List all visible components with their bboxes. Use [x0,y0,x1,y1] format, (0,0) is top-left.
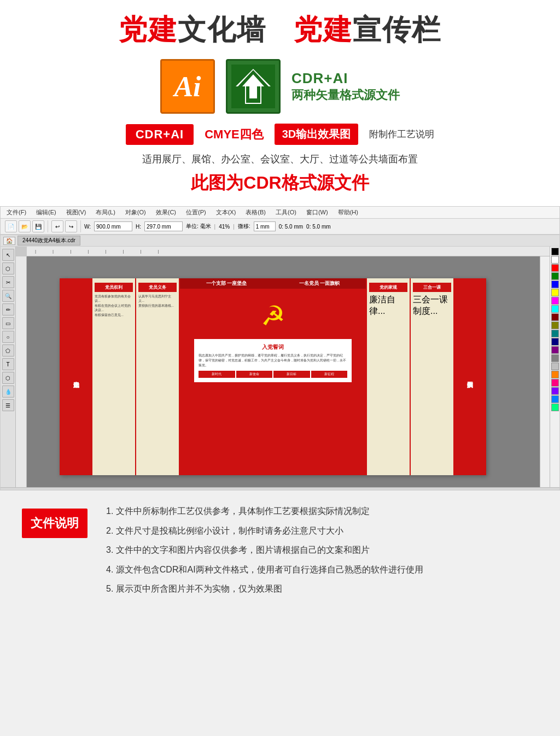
step-input[interactable] [254,221,276,231]
size-w-input[interactable] [94,221,132,231]
subtitle: 适用展厅、展馆、办公室、会议室、大厅、过道等公共墙面布置 [22,153,538,166]
menu-position[interactable]: 位置(P) [184,208,208,217]
scrollbar-thumb[interactable] [164,490,261,491]
pencil-tool[interactable]: ✏ [2,303,14,316]
polygon-tool[interactable]: ⬠ [2,344,14,357]
redo-btn[interactable]: ↪ [65,220,77,232]
corel-canvas-bg: 永远跟党走 党员权利 党员有权参加党的有关会议... 有权在党的会议上对党的决议… [27,256,543,487]
color-teal[interactable] [551,330,559,337]
panel1-title: 党员权利 [95,283,133,292]
info-item-3: 3. 文件中的文字和图片内容仅供参考，图片请根据自己的文案和图片 [104,543,538,557]
info-item-1: 1. 文件中所标制作工艺仅供参考，具体制作工艺要根据实际情况制定 [104,504,538,518]
color-black[interactable] [551,248,559,255]
interact-tool[interactable]: ☰ [2,399,14,411]
color-lime[interactable] [551,404,559,411]
shape-tool[interactable]: ⬡ [2,262,14,274]
tab-file[interactable]: 24440政党A4板本.cdr [18,236,80,246]
design-col-left: 永远跟党走 [60,278,92,475]
size-h-input[interactable] [144,221,183,231]
menu-help[interactable]: 帮助(H) [336,208,360,217]
menu-tools[interactable]: 工具(O) [274,208,298,217]
color-navy[interactable] [551,338,559,346]
page-total: /1 页 [24,489,34,490]
color-green[interactable] [551,272,559,280]
cdr-icon [226,59,281,114]
page-last[interactable]: ▶▶ [43,490,50,491]
menu-window[interactable]: 窗口(W) [305,208,330,217]
format-line1: CDR+AI [291,70,400,87]
panel-dangquan: 党员权利 党员有权参加党的有关会议... 有权在党的会议上对党的决议... 有权… [92,278,136,475]
menu-edit[interactable]: 编辑(E) [34,208,58,217]
ruler-top: |||||||| [27,247,550,256]
color-white[interactable] [551,256,559,264]
open-btn[interactable]: 📂 [19,220,31,232]
canvas-area[interactable]: |||||||| 永远跟党走 党员权利 [16,247,550,487]
page-add[interactable]: 📄+ [52,490,61,491]
color-violet[interactable] [551,387,559,395]
title-black2: 宣传栏 [353,14,441,45]
select-tool[interactable]: ↖ [2,249,14,261]
file-info-label: 文件说明 [22,509,88,538]
page-next[interactable]: ▶ [37,490,40,491]
color-gray[interactable] [551,354,559,362]
color-palette[interactable] [540,256,550,487]
ruler-left [16,256,27,487]
panel3-content: 廉洁自律... [369,294,407,317]
cdr-svg-icon [231,65,275,108]
menu-file[interactable]: 文件(F) [5,208,28,217]
cdr-notice: 此图为CDR格式源文件 [22,171,538,195]
color-pink[interactable] [551,379,559,387]
color-purple[interactable] [551,346,559,354]
color-sky[interactable] [551,395,559,403]
menu-bar: 文件(F) 编辑(E) 视图(V) 布局(L) 对象(O) 效果(C) 位置(P… [1,207,559,219]
zoom-tool[interactable]: 🔍 [2,290,14,302]
crop-tool[interactable]: ✂ [2,276,14,288]
menu-text[interactable]: 文本(X) [214,208,238,217]
ai-label: Ai [174,71,201,103]
page-back[interactable]: ◀ [13,490,17,491]
menu-layout[interactable]: 布局(L) [94,208,116,217]
menu-object[interactable]: 对象(O) [124,208,148,217]
color-olive[interactable] [551,322,559,329]
x-label: 0: 5.0 mm [279,224,303,230]
editor-nav-bar: 🏠 24440政党A4板本.cdr [1,235,559,247]
badge-3d: 3D输出效果图 [275,124,359,145]
panel4-content: 三会一课制度... [413,294,451,317]
unit-label: 单位: 毫米 [186,223,211,230]
rect-tool[interactable]: ▭ [2,317,14,329]
top-section: 党建文化墙 党建宣传栏 Ai CDR+AI 两种矢量格式源文件 CDR+AI C… [0,0,560,206]
badge-cdr-ai: CDR+AI [126,124,194,145]
color-silver[interactable] [551,363,559,370]
nav-home[interactable]: 🏠 [3,237,15,245]
page-prev[interactable]: ◀◀ [3,490,11,491]
title-red2: 党建 [294,14,353,45]
left-tools: ↖ ⬡ ✂ 🔍 ✏ ▭ ○ ⬠ T ⬡ 💧 ☰ [1,247,16,487]
color-yellow[interactable] [551,289,559,296]
banner-left: 一个支部 一座堡垒 [180,278,273,289]
color-red[interactable] [551,264,559,272]
color-magenta[interactable] [551,297,559,305]
menu-view[interactable]: 视图(V) [65,208,88,217]
scrollbar-horizontal[interactable] [66,490,555,491]
color-maroon[interactable] [551,313,559,321]
zoom-label: 41% [219,224,230,230]
size-h-label: H: [136,224,141,230]
fill-tool[interactable]: ⬡ [2,372,14,384]
color-blue[interactable] [551,281,559,288]
panel2-title: 党员义务 [138,283,177,292]
y-label: 0: 5.0 mm [306,224,330,230]
design-main-center: 一个支部 一座堡垒 一名党员 一面旗帜 ☭ 入党誓词 我志愿加入中国共产党，拥护… [180,278,366,475]
info-item-5: 5. 展示页中所含图片并不为实物，仅为效果图 [104,582,538,596]
ellipse-tool[interactable]: ○ [2,331,14,343]
color-cyan[interactable] [551,305,559,313]
menu-effects[interactable]: 效果(C) [154,208,178,217]
eyedrop-tool[interactable]: 💧 [2,385,14,398]
design-col-right: 共筑中国梦 [453,278,486,475]
undo-btn[interactable]: ↩ [51,220,63,232]
menu-table[interactable]: 表格(B) [244,208,267,217]
tag2: 新使命 [236,371,273,378]
save-btn[interactable]: 💾 [32,220,44,232]
color-orange[interactable] [551,371,559,378]
new-btn[interactable]: 📄 [5,220,17,232]
text-tool[interactable]: T [2,358,14,370]
